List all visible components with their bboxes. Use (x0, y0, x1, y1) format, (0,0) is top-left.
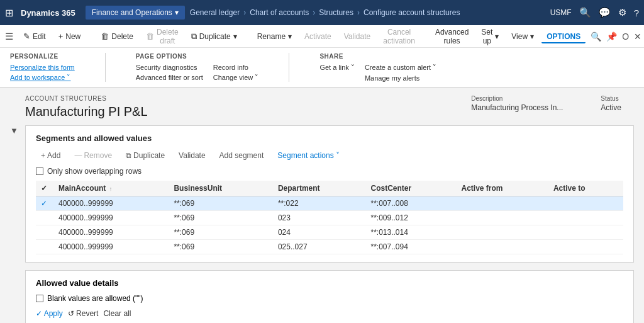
clear-all-label: Clear all (103, 309, 131, 318)
security-diagnostics-link[interactable]: Security diagnostics (136, 64, 203, 71)
check-all-icon[interactable]: ✓ (41, 184, 47, 193)
ribbon-group-personalize: PERSONALIZE Personalize this form Add to… (10, 53, 75, 82)
delete-button[interactable]: 🗑 Delete (96, 29, 138, 43)
seg-remove-icon: — (74, 151, 82, 160)
clear-all-button[interactable]: Clear all (103, 309, 131, 318)
seg-add-segment-label: Add segment (219, 151, 264, 160)
edit-icon: ✎ (23, 31, 30, 41)
close-icon[interactable]: ✕ (634, 31, 641, 42)
table-row[interactable]: ✓ 400000..999999 **:069 **:022 **:007..0… (36, 196, 623, 211)
delete-draft-button[interactable]: 🗑 Delete draft (141, 25, 184, 48)
activate-button[interactable]: Activate (299, 30, 336, 43)
table-row[interactable]: 400000..999999 **:069 023 **:009..012 (36, 211, 623, 225)
pin-icon[interactable]: 📌 (606, 31, 617, 42)
change-view-link[interactable]: Change view ˅ (213, 74, 259, 82)
description-label: Description (471, 95, 563, 102)
check-col-header: ✓ (36, 181, 53, 196)
view-button[interactable]: View ▾ (506, 30, 539, 43)
seg-validate-button[interactable]: Validate (174, 149, 210, 162)
cancel-activation-button[interactable]: Cancel activation (378, 25, 420, 48)
active-from-header[interactable]: Active from (457, 181, 548, 196)
duplicate-icon: ⧉ (191, 31, 197, 42)
row-active-from-4 (457, 240, 548, 254)
revert-label: ↺ Revert (68, 309, 99, 318)
share-items: Get a link ˅ Create a custom alert ˅ Man… (319, 64, 436, 82)
table-row[interactable]: 400000..999999 **:069 024 **:013..014 (36, 225, 623, 240)
business-unit-header[interactable]: BusinessUnit (169, 181, 272, 196)
validate-button[interactable]: Validate (339, 30, 375, 43)
sidebar-toggle-icon[interactable]: ☰ (5, 31, 13, 42)
advanced-rules-label: Advanced rules (435, 28, 469, 45)
revert-button[interactable]: ↺ Revert (68, 309, 99, 318)
blank-values-checkbox[interactable] (36, 295, 43, 302)
office-icon[interactable]: O (622, 31, 629, 42)
duplicate-button[interactable]: ⧉ Duplicate ▾ (186, 29, 242, 44)
options-tab[interactable]: OPTIONS (541, 30, 586, 43)
department-header[interactable]: Department (273, 181, 366, 196)
page-options-col2: Record info Change view ˅ (213, 64, 259, 82)
apply-button[interactable]: ✓ Apply (36, 309, 63, 318)
row-active-from-2 (457, 211, 548, 225)
filter-icon[interactable]: ▼ (10, 126, 18, 135)
segments-title: Segments and allowed values (36, 133, 623, 143)
cancel-activation-label: Cancel activation (383, 28, 415, 45)
row-check-2 (36, 211, 53, 225)
row-cost-center-3: **:013..014 (365, 225, 456, 240)
seg-duplicate-button[interactable]: ⧉ Duplicate (121, 149, 170, 162)
org-label: USMF (550, 8, 572, 17)
search-icon[interactable]: 🔍 (579, 7, 591, 18)
grid-icon[interactable]: ⊞ (5, 7, 13, 19)
overlap-checkbox[interactable] (36, 167, 43, 175)
delete-draft-icon: 🗑 (146, 31, 154, 41)
ribbon-divider-2 (289, 53, 289, 82)
create-custom-alert-link[interactable]: Create a custom alert ˅ (365, 64, 436, 72)
sep-1: › (243, 8, 246, 17)
allowed-value-details-section: Allowed value details Blank values are a… (25, 270, 634, 323)
seg-validate-label: Validate (179, 151, 205, 160)
personalize-this-form-link[interactable]: Personalize this form (10, 64, 75, 71)
breadcrumb-item-2[interactable]: Chart of accounts (250, 8, 309, 17)
add-to-workspace-link[interactable]: Add to workspace ˅ (10, 74, 75, 82)
seg-add-label: Add (47, 151, 60, 160)
page-meta: Description Manufacturing Process In... … (471, 95, 621, 112)
breadcrumb-item-1[interactable]: General ledger (190, 8, 240, 17)
breadcrumb-item-4[interactable]: Configure account structures (364, 8, 460, 17)
setup-button[interactable]: Set up ▾ (476, 25, 504, 48)
settings-icon[interactable]: ⚙ (618, 7, 626, 18)
edit-label: Edit (33, 32, 46, 41)
app-dropdown-icon: ▾ (175, 8, 179, 17)
breadcrumb-item-3[interactable]: Structures (319, 8, 353, 17)
breadcrumb: General ledger › Chart of accounts › Str… (190, 8, 460, 17)
get-a-link-link[interactable]: Get a link ˅ (319, 64, 355, 72)
advanced-filter-link[interactable]: Advanced filter or sort (136, 74, 203, 81)
seg-add-segment-button[interactable]: Add segment (214, 149, 269, 162)
edit-button[interactable]: ✎ Edit (18, 29, 51, 43)
table-row[interactable]: 400000..999999 **:069 025..027 **:007..0… (36, 240, 623, 254)
view-dropdown-icon: ▾ (530, 32, 534, 41)
app-switcher[interactable]: Finance and Operations ▾ (86, 6, 185, 20)
options-label: OPTIONS (547, 32, 580, 41)
page-options-group-title: PAGE OPTIONS (136, 53, 259, 60)
setup-dropdown-icon: ▾ (495, 32, 499, 41)
row-cost-center-2: **:009..012 (365, 211, 456, 225)
segment-actions-button[interactable]: Segment actions ˅ (272, 149, 345, 162)
seg-add-button[interactable]: + Add (36, 149, 65, 162)
status-value: Active (601, 103, 621, 112)
ribbon-search-icon[interactable]: 🔍 (591, 31, 601, 42)
new-button[interactable]: + New (53, 29, 86, 43)
chat-icon[interactable]: 💬 (599, 7, 611, 18)
manage-alerts-link[interactable]: Manage my alerts (365, 74, 436, 82)
new-icon: + (58, 31, 64, 41)
row-check-1: ✓ (36, 196, 53, 211)
seg-remove-button[interactable]: — Remove (69, 149, 117, 162)
segments-table: ✓ MainAccount ↑ BusinessUnit Department … (36, 181, 623, 254)
advanced-rules-button[interactable]: Advanced rules (430, 25, 474, 48)
row-check-3 (36, 225, 53, 240)
help-icon[interactable]: ? (634, 8, 639, 18)
rename-button[interactable]: Rename ▾ (252, 30, 297, 43)
cost-center-header[interactable]: CostCenter (365, 181, 456, 196)
active-to-header[interactable]: Active to (548, 181, 623, 196)
row-active-to-2 (548, 211, 623, 225)
main-account-header[interactable]: MainAccount ↑ (53, 181, 169, 196)
record-info-link[interactable]: Record info (213, 64, 259, 71)
